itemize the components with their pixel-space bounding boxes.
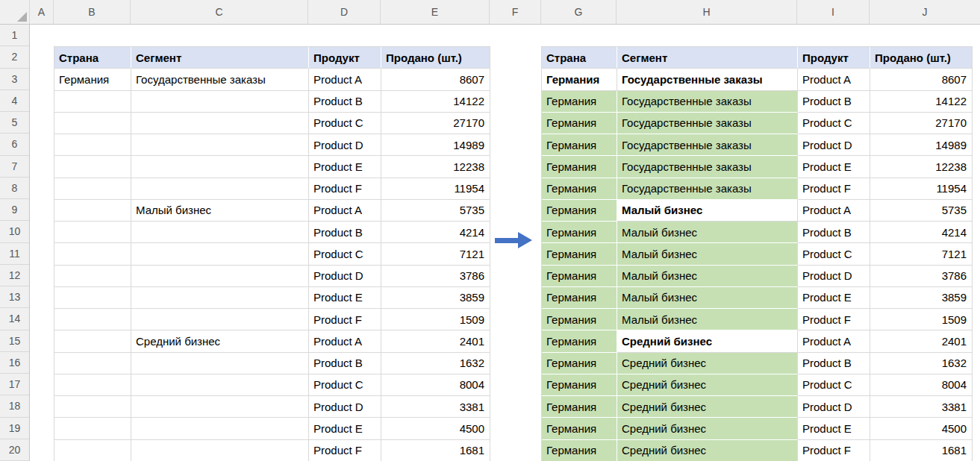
cell[interactable]: Product B [309,91,381,113]
cell[interactable] [131,91,309,113]
row-header[interactable]: 17 [0,374,29,395]
cell[interactable]: Product B [309,222,381,243]
cell[interactable]: 11954 [870,178,973,200]
header-cell-sold[interactable]: Продано (шт.) [381,47,490,69]
cell[interactable] [131,418,309,439]
cell[interactable]: Германия [542,440,617,461]
cell[interactable] [131,266,309,287]
cell[interactable]: Product A [798,330,870,352]
cell[interactable]: Product A [309,330,381,352]
cell[interactable]: Германия [542,396,617,418]
cell[interactable]: Product E [309,287,381,309]
row-header[interactable]: 18 [0,395,29,417]
column-header[interactable]: F [490,0,541,24]
cell[interactable]: Государственные заказы [617,156,798,178]
cell[interactable]: Product F [798,440,870,461]
row-header[interactable]: 9 [0,199,29,221]
cell[interactable]: Германия [542,266,617,287]
cell[interactable]: 3786 [870,266,973,287]
cell[interactable]: Германия [542,287,617,309]
cell[interactable]: Государственные заказы [617,178,798,200]
column-header[interactable]: D [308,0,381,24]
cell[interactable]: 7121 [870,243,973,265]
cell[interactable]: 1509 [381,309,490,330]
cell[interactable]: 8004 [870,374,973,396]
header-cell-segment[interactable]: Сегмент [617,47,798,69]
cell[interactable]: Малый бизнес [617,287,798,309]
cell[interactable]: 14989 [870,134,973,156]
cell[interactable]: Германия [542,353,617,374]
cell[interactable]: Product E [309,418,381,439]
cell[interactable]: Средний бизнес [617,418,798,439]
cell[interactable]: Государственные заказы [617,113,798,134]
cell[interactable]: 1509 [870,309,973,330]
row-header[interactable]: 16 [0,352,29,374]
cell[interactable] [54,353,131,374]
cell[interactable] [131,178,309,200]
cell[interactable]: Средний бизнес [617,330,798,352]
cell[interactable] [54,156,131,178]
cell[interactable]: 1632 [381,353,490,374]
cell[interactable]: Product D [309,396,381,418]
column-header[interactable]: H [617,0,797,24]
cell[interactable]: 3381 [381,396,490,418]
cell[interactable] [54,178,131,200]
cell[interactable]: Product E [798,418,870,439]
cell[interactable]: 3786 [381,266,490,287]
cell[interactable] [54,134,131,156]
column-header[interactable]: E [381,0,490,24]
header-cell-sold[interactable]: Продано (шт.) [870,47,973,69]
header-cell-country[interactable]: Страна [542,47,617,69]
cell[interactable] [54,222,131,243]
cell[interactable]: Product A [798,69,870,90]
cell[interactable]: Германия [542,222,617,243]
cell[interactable] [54,113,131,134]
cell[interactable] [54,243,131,265]
header-cell-country[interactable]: Страна [54,47,131,69]
row-header[interactable]: 1 [0,25,29,46]
cell[interactable]: Product D [309,134,381,156]
cell[interactable]: 14122 [870,91,973,113]
cell[interactable] [54,266,131,287]
row-header[interactable]: 19 [0,418,29,439]
cell[interactable] [131,222,309,243]
cell[interactable]: 8607 [870,69,973,90]
row-header[interactable]: 5 [0,112,29,134]
transform-arrow-icon[interactable] [495,232,532,248]
cell[interactable]: Product C [309,243,381,265]
row-header[interactable]: 3 [0,69,29,90]
cell[interactable]: 4214 [870,222,973,243]
cell[interactable]: Государственные заказы [617,69,798,90]
cell[interactable]: Малый бизнес [617,309,798,330]
cell[interactable]: Product E [798,156,870,178]
cell[interactable]: 27170 [870,113,973,134]
cell[interactable]: 8004 [381,374,490,396]
row-header[interactable]: 4 [0,90,29,112]
cell[interactable]: Германия [542,330,617,352]
cell[interactable]: 11954 [381,178,490,200]
row-header[interactable]: 14 [0,308,29,330]
cell[interactable]: 3381 [870,396,973,418]
cell[interactable]: Малый бизнес [617,222,798,243]
cell[interactable] [131,440,309,461]
row-header[interactable]: 15 [0,330,29,352]
cell[interactable]: Product F [309,440,381,461]
cell[interactable]: 4500 [870,418,973,439]
cell[interactable] [131,396,309,418]
cell[interactable]: Product C [798,374,870,396]
cell[interactable]: Product F [798,178,870,200]
cell[interactable]: Product C [798,113,870,134]
cell[interactable]: Product C [798,243,870,265]
cell[interactable] [131,134,309,156]
cell[interactable]: Product F [309,178,381,200]
cell[interactable]: Германия [542,113,617,134]
cell[interactable] [131,374,309,396]
cell[interactable]: Малый бизнес [617,266,798,287]
cell[interactable]: 2401 [870,330,973,352]
cell[interactable]: Product B [798,353,870,374]
cell[interactable]: Германия [542,178,617,200]
cell[interactable] [131,287,309,309]
cell[interactable]: Product D [309,266,381,287]
column-header[interactable]: B [54,0,131,24]
cell[interactable]: Средний бизнес [131,330,309,352]
